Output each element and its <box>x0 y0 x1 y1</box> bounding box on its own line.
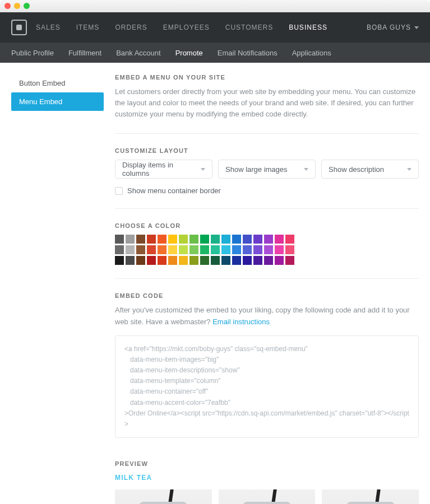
color-swatch[interactable] <box>147 256 156 265</box>
color-swatch[interactable] <box>158 235 167 244</box>
topnav-item-business[interactable]: BUSINESS <box>289 24 327 31</box>
color-swatch[interactable] <box>179 235 188 244</box>
color-swatch[interactable] <box>147 245 156 254</box>
color-swatch[interactable] <box>200 245 209 254</box>
color-swatch[interactable] <box>115 245 124 254</box>
color-swatch[interactable] <box>200 256 209 265</box>
divider <box>115 133 419 134</box>
minimize-window-icon[interactable] <box>14 3 20 9</box>
code-section-desc: After you've customized the embed to you… <box>115 305 419 327</box>
square-logo-icon[interactable] <box>11 20 27 35</box>
color-swatch[interactable] <box>232 256 241 265</box>
color-swatch[interactable] <box>126 235 135 244</box>
preview-row <box>115 489 419 504</box>
sidebar-item-button-embed[interactable]: Button Embed <box>11 74 104 92</box>
color-swatch[interactable] <box>189 245 198 254</box>
color-swatch[interactable] <box>136 235 145 244</box>
color-swatch[interactable] <box>211 245 220 254</box>
description-select[interactable]: Show description <box>321 160 419 179</box>
color-swatch[interactable] <box>211 235 220 244</box>
color-swatch[interactable] <box>285 256 294 265</box>
color-swatch[interactable] <box>264 245 273 254</box>
topnav-item-items[interactable]: ITEMS <box>76 24 100 31</box>
color-swatch[interactable] <box>115 235 124 244</box>
topnav-item-sales[interactable]: SALES <box>36 24 61 31</box>
color-swatch[interactable] <box>285 245 294 254</box>
color-swatch[interactable] <box>221 235 230 244</box>
color-swatch[interactable] <box>158 245 167 254</box>
preview-card <box>115 489 212 504</box>
color-swatch[interactable] <box>243 245 252 254</box>
color-swatch[interactable] <box>243 256 252 265</box>
sidebar: Button EmbedMenu Embed <box>11 74 104 504</box>
color-swatch[interactable] <box>221 245 230 254</box>
container-border-option[interactable]: Show menu container border <box>115 186 419 195</box>
color-swatch[interactable] <box>264 256 273 265</box>
topnav-item-employees[interactable]: EMPLOYEES <box>163 24 210 31</box>
color-swatch[interactable] <box>158 256 167 265</box>
preview-section-title: PREVIEW <box>115 460 419 467</box>
email-instructions-link[interactable]: Email instructions <box>212 318 270 326</box>
layout-section-title: CUSTOMIZE LAYOUT <box>115 147 419 154</box>
code-section-title: EMBED CODE <box>115 292 419 299</box>
color-swatch[interactable] <box>168 256 177 265</box>
chevron-down-icon <box>414 26 419 29</box>
preview-card <box>219 489 316 504</box>
color-swatch[interactable] <box>136 245 145 254</box>
color-swatch[interactable] <box>211 256 220 265</box>
sidebar-item-menu-embed[interactable]: Menu Embed <box>11 92 104 111</box>
color-swatch[interactable] <box>232 235 241 244</box>
color-swatch[interactable] <box>179 256 188 265</box>
window-chrome <box>0 0 430 12</box>
color-swatch[interactable] <box>285 235 294 244</box>
select-value: Show large images <box>225 165 288 174</box>
color-swatch[interactable] <box>147 235 156 244</box>
color-swatch[interactable] <box>275 245 284 254</box>
color-swatch[interactable] <box>126 245 135 254</box>
checkbox-icon[interactable] <box>115 187 123 195</box>
topnav-item-customers[interactable]: CUSTOMERS <box>225 24 273 31</box>
color-swatch[interactable] <box>253 245 262 254</box>
color-swatch[interactable] <box>136 256 145 265</box>
color-swatch[interactable] <box>253 256 262 265</box>
color-swatch[interactable] <box>275 256 284 265</box>
subnav-item-promote[interactable]: Promote <box>175 49 203 57</box>
subnav-item-fulfillment[interactable]: Fulfillment <box>68 49 101 57</box>
top-nav: SALESITEMSORDERSEMPLOYEESCUSTOMERSBUSINE… <box>0 12 430 43</box>
select-value: Show description <box>329 165 384 174</box>
sub-nav: Public ProfileFulfillmentBank AccountPro… <box>0 43 430 63</box>
subnav-item-bank-account[interactable]: Bank Account <box>116 49 161 57</box>
chevron-down-icon <box>407 168 411 171</box>
color-swatch[interactable] <box>115 256 124 265</box>
color-swatch[interactable] <box>168 245 177 254</box>
embed-section-desc: Let customers order directly from your w… <box>115 86 419 120</box>
color-swatch[interactable] <box>168 235 177 244</box>
checkbox-label: Show menu container border <box>127 186 221 195</box>
maximize-window-icon[interactable] <box>24 3 30 9</box>
main-content: EMBED A MENU ON YOUR SITE Let customers … <box>115 74 419 504</box>
top-nav-items: SALESITEMSORDERSEMPLOYEESCUSTOMERSBUSINE… <box>36 24 367 31</box>
color-swatch[interactable] <box>221 256 230 265</box>
embed-section-title: EMBED A MENU ON YOUR SITE <box>115 74 419 81</box>
color-swatch[interactable] <box>126 256 135 265</box>
color-swatch[interactable] <box>275 235 284 244</box>
color-swatch[interactable] <box>264 235 273 244</box>
color-swatch[interactable] <box>243 235 252 244</box>
color-swatch[interactable] <box>232 245 241 254</box>
layout-template-select[interactable]: Display items in columns <box>115 160 212 179</box>
embed-code-box[interactable]: <a href="https://mkt.com/boby-guys" clas… <box>115 335 419 438</box>
subnav-item-public-profile[interactable]: Public Profile <box>11 49 54 57</box>
close-window-icon[interactable] <box>4 3 11 9</box>
divider <box>115 208 419 209</box>
subnav-item-email-notifications[interactable]: Email Notifications <box>218 49 278 57</box>
user-menu[interactable]: BOBA GUYS <box>367 24 419 31</box>
color-swatch[interactable] <box>189 256 198 265</box>
topnav-item-orders[interactable]: ORDERS <box>115 24 147 31</box>
color-swatch[interactable] <box>253 235 262 244</box>
color-swatch[interactable] <box>200 235 209 244</box>
color-swatch[interactable] <box>189 235 198 244</box>
image-size-select[interactable]: Show large images <box>218 160 316 179</box>
divider <box>115 278 419 279</box>
color-swatch[interactable] <box>179 245 188 254</box>
subnav-item-applications[interactable]: Applications <box>292 49 331 57</box>
